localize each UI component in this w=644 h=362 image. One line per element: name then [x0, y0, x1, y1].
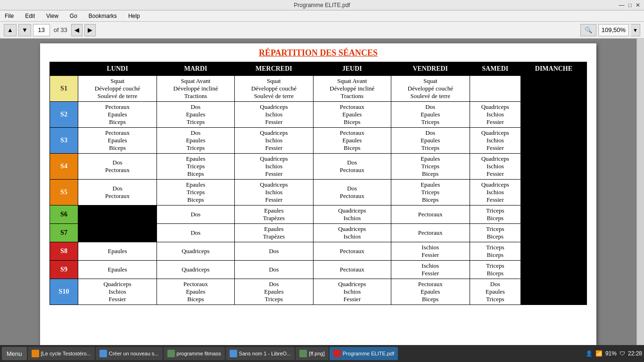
- row-label-s4: S4: [50, 154, 78, 180]
- taskbar-icon-2: [167, 350, 175, 357]
- row-label-s5: S5: [50, 180, 78, 206]
- row-label-s1: S1: [50, 76, 78, 102]
- pdf-container[interactable]: RÉPARTITION DES SÉANCES LUNDI MARDI MERC…: [0, 39, 636, 345]
- table-cell: EpaulesTricepsBiceps: [391, 180, 470, 206]
- taskbar-item-5[interactable]: Programme ELITE.pdf: [330, 347, 398, 360]
- table-cell: QuadricepsIschiosFessier: [234, 180, 313, 206]
- nav-right-button[interactable]: ▶: [84, 24, 96, 36]
- table-cell: SquatDéveloppé couchéSoulevé de terre: [78, 76, 157, 102]
- table-cell: Pectoraux: [313, 261, 391, 279]
- tray-wifi-icon: 📶: [595, 350, 603, 357]
- table-cell: QuadricepsIschiosFessier: [470, 154, 520, 180]
- table-cell: [520, 261, 586, 279]
- zoom-dropdown[interactable]: ▼: [631, 24, 640, 36]
- table-row: S5DosPectorauxEpaulesTricepsBicepsQuadri…: [50, 180, 587, 206]
- table-cell: EpaulesTricepsBiceps: [157, 180, 235, 206]
- table-cell: DosPectoraux: [78, 154, 157, 180]
- row-label-s6: S6: [50, 206, 78, 224]
- table-row: S4DosPectorauxEpaulesTricepsBicepsQuadri…: [50, 154, 587, 180]
- table-cell: DosPectoraux: [313, 180, 391, 206]
- close-button[interactable]: ✕: [636, 2, 640, 8]
- menu-bar: File Edit View Go Bookmarks Help: [0, 10, 644, 22]
- taskbar-item-3[interactable]: Sans nom 1 - LibreO...: [226, 347, 295, 360]
- row-label-s8: S8: [50, 242, 78, 261]
- menu-file[interactable]: File: [2, 12, 17, 20]
- taskbar-label-5: Programme ELITE.pdf: [343, 351, 394, 356]
- tray-user-icon: 👤: [586, 350, 593, 357]
- table-cell: [78, 206, 157, 224]
- menu-go[interactable]: Go: [67, 12, 80, 20]
- row-label-s10: S10: [50, 279, 78, 305]
- menu-bookmarks[interactable]: Bookmarks: [86, 12, 120, 20]
- taskbar-item-2[interactable]: programme fitmass: [164, 347, 225, 360]
- table-cell: Dos: [234, 261, 313, 279]
- table-cell: QuadricepsIschiosFessier: [313, 279, 391, 305]
- prev-page-down-button[interactable]: ▼: [18, 24, 31, 36]
- table-cell: Squat AvantDéveloppé inclinéTractions: [313, 76, 391, 102]
- content-area: RÉPARTITION DES SÉANCES LUNDI MARDI MERC…: [0, 39, 644, 345]
- table-cell: PectorauxEpaulesBiceps: [157, 279, 235, 305]
- nav-left-button[interactable]: ◀: [71, 24, 83, 36]
- table-cell: Quadriceps: [157, 242, 235, 261]
- table-cell: TricepsBiceps: [470, 242, 520, 261]
- table-cell: Epaules: [78, 261, 157, 279]
- page-number-input[interactable]: [33, 24, 50, 36]
- menu-edit[interactable]: Edit: [22, 12, 38, 20]
- table-cell: DosEpaulesTriceps: [157, 128, 235, 154]
- table-row: S7DosEpaulesTrapèzesQuadricepsIschiosPec…: [50, 224, 587, 242]
- zoom-level: 109,50%: [598, 24, 629, 36]
- table-cell: QuadricepsIschiosFessier: [234, 154, 313, 180]
- table-cell: PectorauxEpaulesBiceps: [313, 102, 391, 128]
- taskbar-item-0[interactable]: [Le cycle Testostéro...: [28, 347, 95, 360]
- search-button[interactable]: 🔍: [580, 24, 596, 36]
- maximize-button[interactable]: □: [628, 2, 632, 8]
- table-cell: QuadricepsIschiosFessier: [470, 180, 520, 206]
- taskbar-icon-1: [99, 350, 107, 357]
- table-cell: QuadricepsIschios: [313, 206, 391, 224]
- table-cell: PectorauxEpaulesBiceps: [78, 128, 157, 154]
- taskbar-icon-5: [333, 350, 341, 357]
- taskbar-label-0: [Le cycle Testostéro...: [41, 351, 91, 356]
- table-row: S10QuadricepsIschiosFessierPectorauxEpau…: [50, 279, 587, 305]
- header-mercredi: MERCREDI: [234, 62, 313, 76]
- table-cell: QuadricepsIschiosFessier: [234, 128, 313, 154]
- table-cell: QuadricepsIschiosFessier: [78, 279, 157, 305]
- taskbar-menu[interactable]: Menu: [2, 347, 27, 360]
- taskbar: Menu [Le cycle Testostéro... Créer un no…: [0, 345, 644, 362]
- table-row: S8EpaulesQuadricepsDosPectorauxIschiosFe…: [50, 242, 587, 261]
- menu-help[interactable]: Help: [125, 12, 143, 20]
- table-cell: QuadricepsIschiosFessier: [470, 128, 520, 154]
- taskbar-tray: 👤 📶 91% 🛡 22:28: [586, 350, 642, 357]
- taskbar-label-4: [ff.png]: [309, 351, 324, 356]
- pdf-page: RÉPARTITION DES SÉANCES LUNDI MARDI MERC…: [40, 43, 596, 345]
- table-cell: Pectoraux: [391, 224, 470, 242]
- table-cell: QuadricepsIschiosFessier: [470, 102, 520, 128]
- table-cell: [470, 76, 520, 102]
- taskbar-icon-4: [299, 350, 307, 357]
- table-cell: EpaulesTricepsBiceps: [157, 154, 235, 180]
- table-cell: TricepsBiceps: [470, 206, 520, 224]
- prev-page-up-button[interactable]: ▲: [4, 24, 17, 36]
- tray-shield-icon: 🛡: [619, 350, 625, 357]
- table-cell: SquatDéveloppé couchéSoulevé de terre: [391, 76, 470, 102]
- table-cell: TricepsBiceps: [470, 224, 520, 242]
- table-cell: [520, 102, 586, 128]
- scrollbar[interactable]: [636, 39, 644, 345]
- table-cell: [78, 224, 157, 242]
- minimize-button[interactable]: —: [619, 2, 625, 8]
- menu-view[interactable]: View: [43, 12, 61, 20]
- taskbar-item-4[interactable]: [ff.png]: [296, 347, 328, 360]
- taskbar-item-1[interactable]: Créer un nouveau s...: [96, 347, 163, 360]
- table-cell: [520, 154, 586, 180]
- table-cell: [520, 128, 586, 154]
- table-row: S3PectorauxEpaulesBicepsDosEpaulesTricep…: [50, 128, 587, 154]
- table-cell: Dos: [157, 206, 235, 224]
- table-cell: Quadriceps: [157, 261, 235, 279]
- table-cell: EpaulesTricepsBiceps: [391, 154, 470, 180]
- table-cell: Dos: [157, 224, 235, 242]
- table-cell: PectorauxEpaulesBiceps: [78, 102, 157, 128]
- toolbar: ▲ ▼ of 33 ◀ ▶ 🔍 109,50% ▼: [0, 22, 644, 39]
- window-controls: — □ ✕: [619, 2, 640, 8]
- table-cell: EpaulesTrapèzes: [234, 224, 313, 242]
- row-label-s7: S7: [50, 224, 78, 242]
